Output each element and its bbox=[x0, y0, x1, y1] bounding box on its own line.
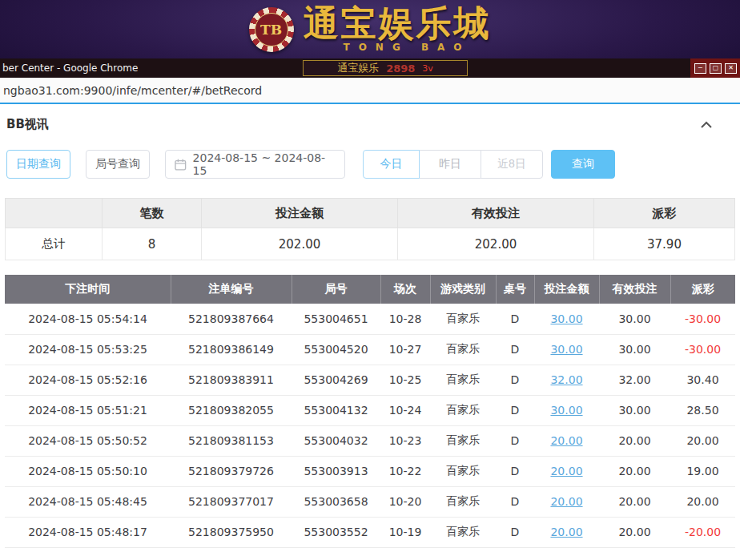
summary-header-count: 笔数 bbox=[103, 199, 202, 228]
header-game-type: 游戏类别 bbox=[430, 275, 496, 304]
close-icon[interactable]: ✕ bbox=[725, 63, 737, 74]
round-query-button[interactable]: 局号查询 bbox=[86, 150, 150, 179]
section-header: BB视讯 bbox=[6, 117, 734, 132]
bet-record-page: BB视讯 日期查询 局号查询 2024-08-15 ~ 2024-08-15 今… bbox=[0, 117, 740, 548]
summary-total-bet: 202.00 bbox=[202, 228, 398, 260]
bet-amount-link[interactable]: 20.00 bbox=[550, 434, 582, 447]
cell-payout: 20.00 bbox=[670, 486, 735, 517]
cell-bet-time: 2024-08-15 05:50:10 bbox=[5, 456, 171, 486]
bet-amount-link[interactable]: 32.00 bbox=[550, 373, 582, 386]
summary-total-row: 总计 8 202.00 202.00 37.90 bbox=[6, 228, 735, 260]
bet-amount-link[interactable]: 20.00 bbox=[550, 495, 582, 508]
url-text: ngbao31.com:9900/infe/mcenter/#/betRecor… bbox=[3, 84, 262, 97]
bet-table-body: 2024-08-15 05:54:14 521809387664 5530046… bbox=[5, 304, 735, 547]
cell-payout: 30.40 bbox=[670, 365, 735, 395]
site-title-cn: 通宝娱乐城 bbox=[304, 6, 492, 41]
balance-suffix: 3v bbox=[422, 63, 433, 74]
cell-session: 10-19 bbox=[380, 517, 430, 547]
cell-order-id: 521809387664 bbox=[171, 304, 292, 334]
calendar-icon bbox=[175, 159, 187, 171]
bet-amount-link[interactable]: 30.00 bbox=[550, 343, 582, 356]
cell-session: 10-24 bbox=[380, 395, 430, 425]
cell-table-no: D bbox=[496, 517, 534, 547]
table-row: 2024-08-15 05:48:45 521809377017 5530036… bbox=[5, 486, 735, 517]
bet-amount-link[interactable]: 30.00 bbox=[550, 312, 582, 325]
cell-bet-time: 2024-08-15 05:52:16 bbox=[5, 365, 171, 395]
collapse-chevron-icon[interactable] bbox=[700, 121, 713, 129]
cell-payout: -20.00 bbox=[670, 517, 735, 547]
window-title: ber Center - Google Chrome bbox=[2, 62, 138, 74]
minimize-icon[interactable]: ─ bbox=[694, 63, 706, 74]
date-range-input[interactable]: 2024-08-15 ~ 2024-08-15 bbox=[165, 150, 345, 179]
cell-bet-time: 2024-08-15 05:51:21 bbox=[5, 395, 171, 425]
cell-order-id: 521809386149 bbox=[171, 334, 292, 365]
cell-bet-time: 2024-08-15 05:54:14 bbox=[5, 304, 171, 334]
cell-bet-time: 2024-08-15 05:48:17 bbox=[5, 517, 171, 547]
cell-valid-bet: 20.00 bbox=[599, 456, 670, 486]
last-8-days-button[interactable]: 近8日 bbox=[481, 150, 543, 179]
cell-round-id: 553003658 bbox=[292, 486, 380, 517]
balance-box: 通宝娱乐 2898 3v bbox=[303, 60, 468, 76]
header-bet-amount: 投注金额 bbox=[534, 275, 599, 304]
cell-valid-bet: 30.00 bbox=[599, 334, 670, 365]
cell-bet-time: 2024-08-15 05:48:45 bbox=[5, 486, 171, 517]
summary-header-row: 笔数 投注金额 有效投注 派彩 bbox=[6, 199, 735, 228]
cell-table-no: D bbox=[496, 334, 534, 365]
table-row: 2024-08-15 05:48:17 521809375950 5530035… bbox=[5, 517, 735, 547]
cell-order-id: 521809381153 bbox=[171, 425, 292, 456]
quick-range-group: 今日 昨日 近8日 bbox=[363, 150, 543, 179]
cell-order-id: 521809377017 bbox=[171, 486, 292, 517]
balance-label: 通宝娱乐 bbox=[337, 61, 379, 75]
url-bar[interactable]: ngbao31.com:9900/infe/mcenter/#/betRecor… bbox=[0, 78, 740, 104]
cell-round-id: 553004651 bbox=[292, 304, 380, 334]
cell-round-id: 553003552 bbox=[292, 517, 380, 547]
cell-game-type: 百家乐 bbox=[430, 334, 496, 365]
cell-session: 10-23 bbox=[380, 425, 430, 456]
header-order-id: 注单编号 bbox=[171, 275, 292, 304]
table-row: 2024-08-15 05:50:10 521809379726 5530039… bbox=[5, 456, 735, 486]
page-title: BB视讯 bbox=[6, 117, 49, 132]
cell-table-no: D bbox=[496, 456, 534, 486]
date-range-value: 2024-08-15 ~ 2024-08-15 bbox=[193, 151, 336, 177]
header-bet-time: 下注时间 bbox=[5, 275, 171, 304]
cell-game-type: 百家乐 bbox=[430, 425, 496, 456]
cell-round-id: 553004032 bbox=[292, 425, 380, 456]
header-session: 场次 bbox=[380, 275, 430, 304]
cell-order-id: 521809382055 bbox=[171, 395, 292, 425]
cell-bet-time: 2024-08-15 05:50:52 bbox=[5, 425, 171, 456]
summary-total-label: 总计 bbox=[6, 228, 103, 260]
header-round-id: 局号 bbox=[292, 275, 380, 304]
cell-session: 10-28 bbox=[380, 304, 430, 334]
site-logo: TB 通宝娱乐城 TONG BAO bbox=[0, 0, 740, 58]
bet-amount-link[interactable]: 20.00 bbox=[550, 465, 582, 477]
cell-order-id: 521809379726 bbox=[171, 456, 292, 486]
cell-game-type: 百家乐 bbox=[430, 304, 496, 334]
maximize-icon[interactable]: ▢ bbox=[710, 63, 722, 74]
bet-amount-link[interactable]: 30.00 bbox=[550, 404, 582, 417]
summary-total-count: 8 bbox=[103, 228, 202, 260]
cell-payout: -30.00 bbox=[670, 304, 735, 334]
summary-header-valid: 有效投注 bbox=[398, 199, 594, 228]
cell-round-id: 553003913 bbox=[292, 456, 380, 486]
search-button[interactable]: 查询 bbox=[551, 150, 615, 179]
summary-total-payout: 37.90 bbox=[594, 228, 735, 260]
header-table-no: 桌号 bbox=[496, 275, 534, 304]
date-query-button[interactable]: 日期查询 bbox=[6, 150, 70, 179]
cell-session: 10-25 bbox=[380, 365, 430, 395]
filter-bar: 日期查询 局号查询 2024-08-15 ~ 2024-08-15 今日 昨日 … bbox=[6, 150, 734, 179]
bet-table: 下注时间 注单编号 局号 场次 游戏类别 桌号 投注金额 有效投注 派彩 202… bbox=[5, 275, 735, 548]
site-banner: TB 通宝娱乐城 TONG BAO bbox=[0, 0, 740, 58]
cell-valid-bet: 20.00 bbox=[599, 425, 670, 456]
cell-table-no: D bbox=[496, 304, 534, 334]
bet-amount-link[interactable]: 20.00 bbox=[550, 526, 582, 538]
summary-table: 笔数 投注金额 有效投注 派彩 总计 8 202.00 202.00 37.90 bbox=[5, 198, 735, 260]
table-row: 2024-08-15 05:51:21 521809382055 5530041… bbox=[5, 395, 735, 425]
today-button[interactable]: 今日 bbox=[363, 150, 420, 179]
cell-table-no: D bbox=[496, 486, 534, 517]
cell-table-no: D bbox=[496, 395, 534, 425]
cell-valid-bet: 30.00 bbox=[599, 304, 670, 334]
site-title-en: TONG BAO bbox=[304, 42, 492, 53]
cell-game-type: 百家乐 bbox=[430, 517, 496, 547]
yesterday-button[interactable]: 昨日 bbox=[419, 150, 481, 179]
logo-text: 通宝娱乐城 TONG BAO bbox=[304, 6, 492, 53]
